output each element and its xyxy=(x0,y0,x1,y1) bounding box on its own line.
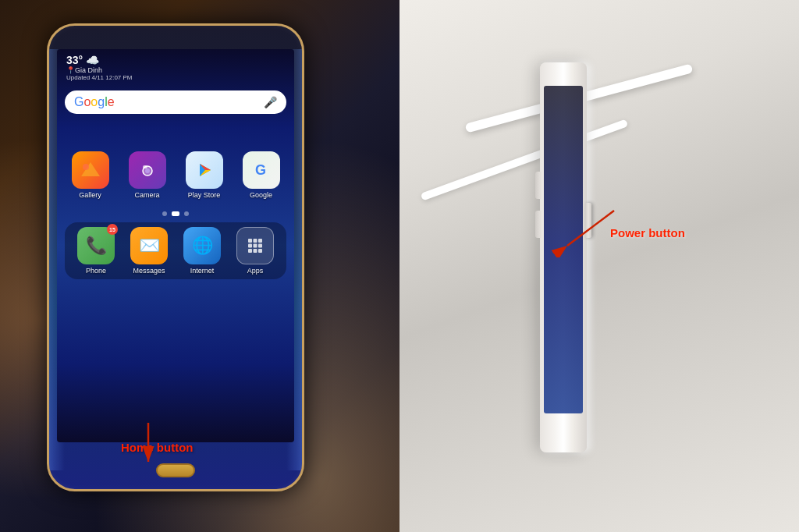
svg-rect-16 xyxy=(258,239,262,243)
svg-rect-20 xyxy=(248,249,252,253)
right-bg xyxy=(400,0,799,532)
weather-icon: ☁️ xyxy=(86,54,99,66)
svg-line-26 xyxy=(567,211,614,246)
dock-phone[interactable]: 📞 15 Phone xyxy=(73,227,119,275)
svg-rect-19 xyxy=(258,244,262,248)
app-grid: Gallery Camera Play Store xyxy=(57,145,294,205)
power-arrow xyxy=(552,203,622,257)
messages-dock-icon: ✉️ xyxy=(130,227,168,264)
home-arrow xyxy=(101,415,195,477)
status-bar: 33° ☁️ 📍Gia Dinh Updated 4/11 12:07 PM xyxy=(57,49,294,84)
dot-2 xyxy=(172,211,179,216)
google-search-bar[interactable]: Google 🎤 xyxy=(65,90,286,114)
app-camera[interactable]: Camera xyxy=(122,151,172,199)
dock-internet[interactable]: 🌐 Internet xyxy=(179,227,225,275)
phone-side-view xyxy=(540,62,587,452)
phone-badge: 15 xyxy=(107,224,118,235)
dock-messages[interactable]: ✉️ Messages xyxy=(126,227,172,275)
dot-3 xyxy=(184,211,189,216)
dock-apps[interactable]: Apps xyxy=(232,227,279,275)
svg-rect-18 xyxy=(254,244,257,248)
location: 📍Gia Dinh xyxy=(66,66,133,74)
mic-icon: 🎤 xyxy=(264,96,277,108)
google-logo: Google xyxy=(74,95,115,109)
app-gallery[interactable]: Gallery xyxy=(65,151,115,199)
apps-label: Apps xyxy=(247,267,264,275)
temperature: 33° xyxy=(66,54,83,66)
right-panel: Power button xyxy=(400,0,799,532)
app-google[interactable]: G Google xyxy=(236,151,286,199)
svg-rect-17 xyxy=(248,244,252,248)
phone-screen: 33° ☁️ 📍Gia Dinh Updated 4/11 12:07 PM G… xyxy=(57,49,294,442)
weather-info: 33° ☁️ 📍Gia Dinh Updated 4/11 12:07 PM xyxy=(66,54,133,81)
internet-dock-icon: 🌐 xyxy=(183,227,221,264)
svg-rect-14 xyxy=(248,239,252,243)
playstore-icon xyxy=(186,151,223,189)
svg-point-2 xyxy=(83,164,89,170)
app-playstore[interactable]: Play Store xyxy=(179,151,229,199)
dock: 📞 15 Phone ✉️ Messages 🌐 xyxy=(65,222,286,279)
internet-label: Internet xyxy=(190,267,215,275)
google-app-icon: G xyxy=(243,151,280,189)
svg-point-5 xyxy=(145,168,150,173)
page-dots xyxy=(57,211,294,216)
phone-label: Phone xyxy=(86,267,106,275)
updated-time: Updated 4/11 12:07 PM xyxy=(66,74,133,81)
svg-rect-6 xyxy=(143,165,147,168)
svg-rect-21 xyxy=(254,249,257,253)
camera-label: Camera xyxy=(134,191,159,199)
left-panel: 33° ☁️ 📍Gia Dinh Updated 4/11 12:07 PM G… xyxy=(0,0,400,532)
messages-label: Messages xyxy=(133,267,165,275)
gallery-icon xyxy=(72,151,109,189)
phone-dock-icon: 📞 15 xyxy=(77,227,115,264)
gallery-label: Gallery xyxy=(79,191,101,199)
volume-up-button[interactable] xyxy=(535,172,542,199)
svg-text:G: G xyxy=(255,162,266,178)
apps-dock-icon xyxy=(236,227,274,264)
svg-rect-15 xyxy=(254,239,257,243)
svg-rect-22 xyxy=(258,249,262,253)
google-label: Google xyxy=(250,191,272,199)
playstore-label: Play Store xyxy=(188,191,221,199)
camera-icon xyxy=(129,151,166,189)
volume-down-button[interactable] xyxy=(535,211,542,238)
dot-1 xyxy=(162,211,167,216)
